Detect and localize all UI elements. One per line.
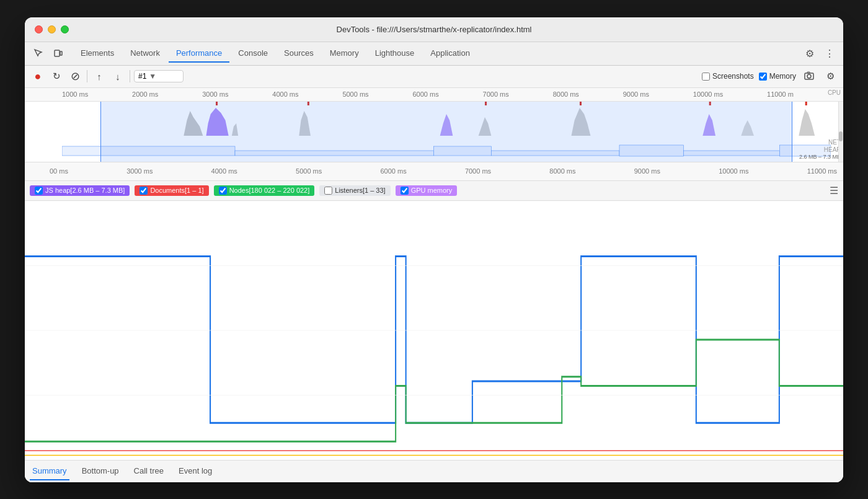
memory-chart-svg	[25, 201, 843, 460]
legend-listeners[interactable]: Listeners[1 – 33]	[319, 185, 390, 196]
legend-docs-checkbox[interactable]	[140, 187, 148, 195]
tab-bar: Elements Network Performance Console Sou…	[25, 42, 843, 66]
legend-gpu-memory[interactable]: GPU memory	[396, 185, 458, 196]
svg-marker-6	[206, 108, 229, 136]
overview-area: 1000 ms 2000 ms 3000 ms 4000 ms 5000 ms …	[25, 88, 843, 162]
legend-listeners-checkbox[interactable]	[324, 187, 332, 195]
tab-elements[interactable]: Elements	[73, 45, 122, 63]
tab-event-log[interactable]: Event log	[176, 462, 215, 480]
heap-range: 2.6 MB – 7.3 MB	[799, 154, 841, 161]
capture-screenshot-icon[interactable]	[801, 68, 817, 84]
tab-summary[interactable]: Summary	[30, 462, 69, 480]
time-label-7k: 7000 ms	[483, 91, 509, 98]
tab-bar-icons	[30, 45, 67, 62]
perf-settings-icon[interactable]: ⚙	[822, 68, 838, 84]
scrollbar[interactable]	[838, 102, 843, 162]
tab-performance[interactable]: Performance	[169, 45, 229, 63]
svg-rect-1	[60, 51, 62, 55]
detail-label-11k: 11000 ms	[807, 167, 837, 175]
time-label-11k: 11000 m	[767, 91, 794, 98]
legend-gpu-label: GPU memory	[411, 187, 453, 194]
tab-sources[interactable]: Sources	[277, 45, 321, 63]
more-icon[interactable]: ⋮	[821, 45, 838, 62]
chevron-down-icon: ▼	[149, 72, 156, 81]
tab-lighthouse[interactable]: Lighthouse	[368, 45, 422, 63]
svg-marker-5	[184, 111, 203, 136]
minimize-button[interactable]	[48, 25, 56, 33]
tab-memory[interactable]: Memory	[322, 45, 366, 63]
svg-rect-18	[580, 102, 582, 105]
cpu-label: CPU	[828, 89, 841, 96]
tab-console[interactable]: Console	[231, 45, 275, 63]
svg-rect-21	[62, 146, 235, 156]
svg-rect-24	[491, 151, 619, 156]
memory-checkbox-label[interactable]: Memory	[759, 72, 796, 81]
memory-section: JS heap[2.6 MB – 7.3 MB] Documents[1 – 1…	[25, 181, 843, 460]
legend-menu-icon[interactable]: ☰	[830, 185, 838, 197]
time-label-8k: 8000 ms	[553, 91, 579, 98]
time-label-5k: 5000 ms	[342, 91, 368, 98]
legend-gpu-checkbox[interactable]	[401, 187, 409, 195]
heap-chart	[62, 143, 831, 162]
time-label-3k: 3000 ms	[202, 91, 228, 98]
legend-js-heap-checkbox[interactable]	[35, 187, 43, 195]
time-label-2k: 2000 ms	[132, 91, 158, 98]
window-title: DevTools - file:///Users/stmarthe/x-repl…	[337, 25, 532, 34]
legend-js-heap[interactable]: JS heap[2.6 MB – 7.3 MB]	[30, 185, 130, 196]
screenshots-checkbox[interactable]	[702, 73, 710, 81]
svg-marker-12	[702, 114, 715, 136]
profile-selector[interactable]: #1 ▼	[134, 70, 184, 82]
screenshots-checkbox-label[interactable]: Screenshots	[702, 72, 754, 81]
time-label-1k: 1000 ms	[62, 91, 88, 98]
svg-rect-17	[485, 102, 487, 105]
tab-network[interactable]: Network	[123, 45, 167, 63]
memory-checkbox[interactable]	[759, 73, 767, 81]
title-bar: DevTools - file:///Users/stmarthe/x-repl…	[25, 17, 843, 42]
tab-bottom-up[interactable]: Bottom-up	[79, 462, 122, 480]
svg-rect-22	[235, 151, 433, 156]
overview-time-ruler: 1000 ms 2000 ms 3000 ms 4000 ms 5000 ms …	[25, 88, 843, 102]
overview-time-labels: 1000 ms 2000 ms 3000 ms 4000 ms 5000 ms …	[62, 91, 806, 98]
memory-legend: JS heap[2.6 MB – 7.3 MB] Documents[1 – 1…	[25, 181, 843, 201]
net-heap-label: NET HEAP 2.6 MB – 7.3 MB	[799, 139, 841, 161]
memory-chart	[25, 201, 843, 460]
svg-marker-13	[741, 120, 754, 136]
record-button[interactable]: ●	[30, 68, 46, 84]
maximize-button[interactable]	[61, 25, 69, 33]
svg-rect-4	[807, 72, 810, 73]
upload-button[interactable]: ↑	[91, 68, 107, 84]
svg-rect-26	[683, 151, 779, 156]
time-label-10k: 10000 ms	[693, 91, 723, 98]
close-button[interactable]	[35, 25, 43, 33]
svg-rect-20	[805, 102, 807, 105]
overview-content: NET HEAP 2.6 MB – 7.3 MB	[25, 102, 843, 162]
legend-listeners-label: Listeners[1 – 33]	[335, 187, 385, 194]
reload-button[interactable]: ↻	[48, 68, 64, 84]
devtools-window: DevTools - file:///Users/stmarthe/x-repl…	[25, 17, 843, 482]
device-icon[interactable]	[50, 45, 67, 62]
legend-nodes-checkbox[interactable]	[219, 187, 227, 195]
svg-marker-11	[572, 108, 591, 136]
download-button[interactable]: ↓	[110, 68, 126, 84]
legend-nodes[interactable]: Nodes[180 022 – 220 022]	[214, 185, 315, 196]
detail-label-3k: 3000 ms	[126, 167, 153, 175]
detail-time-labels: 00 ms 3000 ms 4000 ms 5000 ms 6000 ms 70…	[25, 167, 843, 175]
detail-label-9k: 9000 ms	[634, 167, 660, 175]
memory-label: Memory	[769, 72, 796, 81]
scrollbar-thumb[interactable]	[839, 131, 843, 141]
legend-documents[interactable]: Documents[1 – 1]	[135, 185, 208, 196]
svg-marker-14	[799, 109, 815, 136]
svg-marker-8	[299, 111, 311, 136]
bottom-tabs: Summary Bottom-up Call tree Event log	[25, 460, 843, 482]
legend-js-heap-label: JS heap[2.6 MB – 7.3 MB]	[45, 187, 125, 194]
detail-time-ruler: 00 ms 3000 ms 4000 ms 5000 ms 6000 ms 70…	[25, 162, 843, 181]
settings-icon[interactable]: ⚙	[801, 45, 818, 62]
detail-label-4k: 4000 ms	[211, 167, 237, 175]
legend-nodes-label: Nodes[180 022 – 220 022]	[229, 187, 310, 194]
traffic-lights	[35, 25, 69, 33]
inspect-icon[interactable]	[30, 45, 47, 62]
tab-call-tree[interactable]: Call tree	[131, 462, 166, 480]
tab-application[interactable]: Application	[423, 45, 477, 63]
clear-button[interactable]: ⊘	[67, 68, 83, 84]
screenshots-label: Screenshots	[712, 72, 754, 81]
